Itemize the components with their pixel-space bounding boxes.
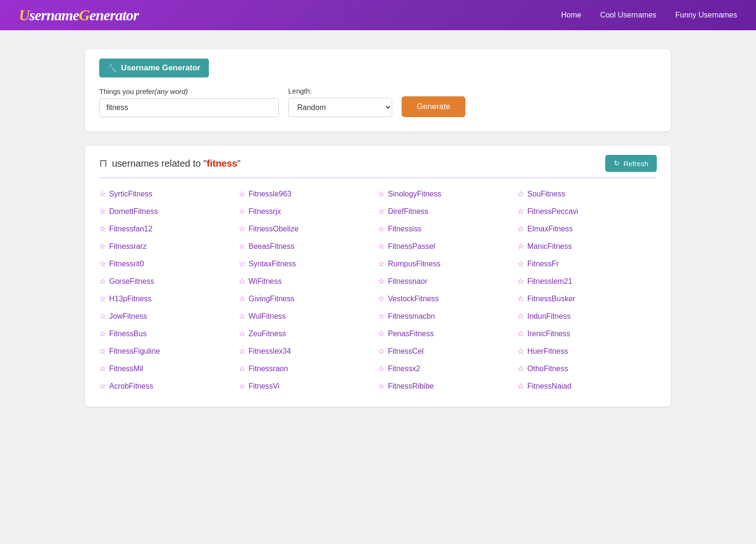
star-icon: ☆ bbox=[239, 364, 245, 373]
nav-home[interactable]: Home bbox=[561, 11, 581, 19]
star-icon: ☆ bbox=[517, 294, 524, 303]
username-item[interactable]: ☆ManicFitness bbox=[517, 240, 657, 253]
star-icon: ☆ bbox=[517, 382, 524, 391]
username-item[interactable]: ☆ZeuFitness bbox=[239, 327, 378, 340]
username-label: Fitnesslex34 bbox=[249, 347, 291, 356]
site-logo[interactable]: UsernameGenerator bbox=[19, 7, 138, 24]
username-label: FitnessPassel bbox=[388, 242, 435, 251]
nav-cool-usernames[interactable]: Cool Usernames bbox=[600, 11, 656, 19]
username-item[interactable]: ☆FitnessBusker bbox=[517, 292, 657, 305]
username-item[interactable]: ☆WiFitness bbox=[239, 275, 378, 288]
username-label: FitnessObelize bbox=[249, 225, 299, 233]
username-label: Fitnessrjx bbox=[249, 207, 281, 216]
generate-button[interactable]: Generate bbox=[402, 96, 465, 117]
username-item[interactable]: ☆IndunFitness bbox=[517, 310, 657, 323]
username-item[interactable]: ☆FitnessFr bbox=[517, 257, 657, 270]
username-item[interactable]: ☆AcrobFitness bbox=[99, 380, 239, 392]
star-icon: ☆ bbox=[378, 189, 385, 198]
username-item[interactable]: ☆FitnessCel bbox=[378, 345, 517, 357]
star-icon: ☆ bbox=[517, 242, 524, 251]
things-input[interactable] bbox=[99, 98, 279, 117]
username-item[interactable]: ☆Fitnesslem21 bbox=[517, 275, 657, 288]
username-item[interactable]: ☆Fitnesslex34 bbox=[239, 345, 378, 357]
refresh-button[interactable]: ↻ Refresh bbox=[605, 155, 657, 172]
star-icon: ☆ bbox=[378, 364, 385, 373]
star-icon: ☆ bbox=[378, 347, 385, 356]
username-item[interactable]: ☆Fitnessrit0 bbox=[99, 257, 239, 270]
username-item[interactable]: ☆FitnessRibibe bbox=[378, 380, 517, 392]
username-item[interactable]: ☆Fitnessiss bbox=[378, 222, 517, 235]
username-item[interactable]: ☆SyntaxFitness bbox=[239, 257, 378, 270]
username-item[interactable]: ☆FitnessPeccavi bbox=[517, 205, 657, 218]
star-icon: ☆ bbox=[239, 294, 245, 303]
username-item[interactable]: ☆Fitnessfan12 bbox=[99, 222, 239, 235]
username-label: HuerFitness bbox=[527, 347, 568, 356]
username-label: Fitnessraon bbox=[249, 365, 288, 373]
username-item[interactable]: ☆JowFitness bbox=[99, 310, 239, 323]
username-item[interactable]: ☆Fitnessrjx bbox=[239, 205, 378, 218]
username-item[interactable]: ☆Fitnessmacbn bbox=[378, 310, 517, 323]
star-icon: ☆ bbox=[99, 312, 106, 321]
username-item[interactable]: ☆FitnessObelize bbox=[239, 222, 378, 235]
username-item[interactable]: ☆VestockFitness bbox=[378, 292, 517, 305]
username-label: Fitnessiss bbox=[388, 225, 421, 233]
length-select[interactable]: Random Short Medium Long bbox=[288, 98, 392, 117]
star-icon: ☆ bbox=[99, 329, 106, 338]
username-item[interactable]: ☆FitnessMil bbox=[99, 362, 239, 375]
username-item[interactable]: ☆Fitnessraon bbox=[239, 362, 378, 375]
logo-u: U bbox=[19, 7, 29, 24]
username-item[interactable]: ☆IrenicFitness bbox=[517, 327, 657, 340]
username-label: OthoFitness bbox=[527, 365, 568, 373]
logo-enerator: enerator bbox=[89, 7, 138, 24]
username-item[interactable]: ☆SinologyFitness bbox=[378, 187, 517, 200]
username-item[interactable]: ☆SyrticFitness bbox=[99, 187, 239, 200]
username-item[interactable]: ☆H13pFitness bbox=[99, 292, 239, 305]
username-item[interactable]: ☆FitnessPassel bbox=[378, 240, 517, 253]
username-item[interactable]: ☆RumpusFitness bbox=[378, 257, 517, 270]
logo-sername: sername bbox=[29, 7, 79, 24]
username-item[interactable]: ☆DirefFitness bbox=[378, 205, 517, 218]
username-item[interactable]: ☆Fitnessrarz bbox=[99, 240, 239, 253]
username-label: Fitnessmacbn bbox=[388, 312, 435, 321]
username-item[interactable]: ☆GorseFitness bbox=[99, 275, 239, 288]
username-item[interactable]: ☆FitnessVi bbox=[239, 380, 378, 392]
main-content: 🔧 Username Generator Things you prefer(a… bbox=[76, 30, 680, 425]
username-item[interactable]: ☆GivingFitness bbox=[239, 292, 378, 305]
username-item[interactable]: ☆OthoFitness bbox=[517, 362, 657, 375]
username-item[interactable]: ☆FitnessNaiad bbox=[517, 380, 657, 392]
star-icon: ☆ bbox=[239, 224, 245, 233]
logo-g: G bbox=[79, 7, 89, 24]
username-item[interactable]: ☆Fitnessnaor bbox=[378, 275, 517, 288]
username-label: FitnessCel bbox=[388, 347, 424, 356]
star-icon: ☆ bbox=[239, 189, 245, 198]
star-icon: ☆ bbox=[517, 364, 524, 373]
refresh-label: Refresh bbox=[623, 160, 648, 168]
username-item[interactable]: ☆PenasFitness bbox=[378, 327, 517, 340]
star-icon: ☆ bbox=[517, 277, 524, 286]
username-label: DirefFitness bbox=[388, 207, 428, 216]
username-item[interactable]: ☆FitnessBus bbox=[99, 327, 239, 340]
form-row: Things you prefer(any word) Length: Rand… bbox=[99, 87, 657, 117]
username-label: ZeuFitness bbox=[249, 330, 286, 338]
username-item[interactable]: ☆Fitnessle963 bbox=[239, 187, 378, 200]
username-item[interactable]: ☆SouFitness bbox=[517, 187, 657, 200]
username-item[interactable]: ☆BeeasFitness bbox=[239, 240, 378, 253]
username-item[interactable]: ☆FitnessFiguline bbox=[99, 345, 239, 357]
star-icon: ☆ bbox=[378, 382, 385, 391]
username-item[interactable]: ☆DomettFitness bbox=[99, 205, 239, 218]
results-title-text: usernames related to "fitness" bbox=[112, 158, 241, 169]
username-label: JowFitness bbox=[109, 312, 147, 321]
username-item[interactable]: ☆HuerFitness bbox=[517, 345, 657, 357]
site-header: UsernameGenerator Home Cool Usernames Fu… bbox=[0, 0, 756, 30]
username-label: SyrticFitness bbox=[109, 190, 153, 198]
username-label: FitnessBusker bbox=[527, 295, 575, 303]
username-label: Fitnessfan12 bbox=[109, 225, 153, 233]
nav-funny-usernames[interactable]: Funny Usernames bbox=[675, 11, 737, 19]
star-icon: ☆ bbox=[378, 224, 385, 233]
username-item[interactable]: ☆WulFitness bbox=[239, 310, 378, 323]
username-item[interactable]: ☆Fitnessx2 bbox=[378, 362, 517, 375]
username-label: Fitnessx2 bbox=[388, 365, 420, 373]
username-label: ElmaxFitness bbox=[527, 225, 573, 233]
username-item[interactable]: ☆ElmaxFitness bbox=[517, 222, 657, 235]
username-label: Fitnesslem21 bbox=[527, 277, 572, 286]
